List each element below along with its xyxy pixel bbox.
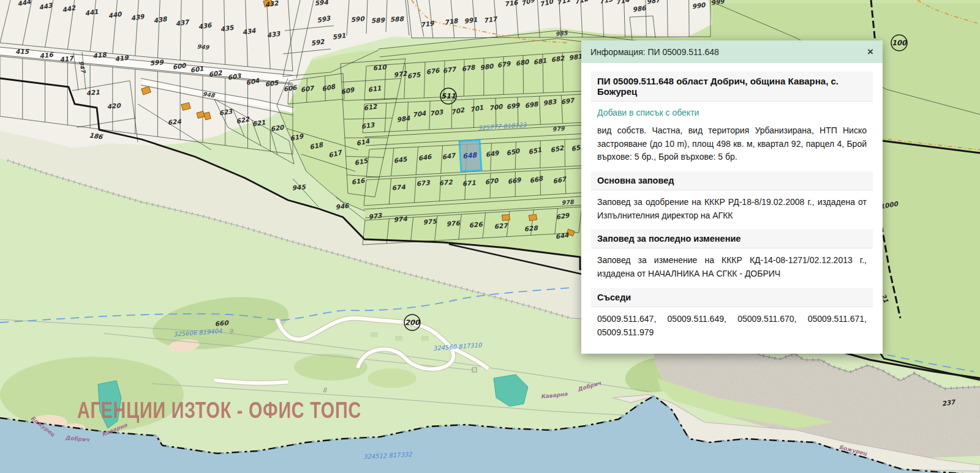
map-label: 610 <box>372 63 388 72</box>
highlighted-parcel-label: 648 <box>462 151 478 160</box>
panel-header-title: Информация: ПИ 05009.511.648 <box>590 47 719 57</box>
map-label: 985 <box>555 29 568 37</box>
info-panel: Информация: ПИ 05009.511.648 × ПИ 05009.… <box>581 40 883 354</box>
map-label: 976 <box>446 219 461 228</box>
map-label: 590 <box>350 15 366 23</box>
map-label: 419 <box>115 54 130 62</box>
section-main-order: Основна заповед <box>591 171 873 190</box>
map-label: 417 <box>59 54 75 63</box>
map-label: 671 <box>462 179 476 187</box>
map-label: 628 <box>524 224 539 233</box>
last-change-text: Заповед за изменение на КККР КД-14-08-12… <box>591 248 873 281</box>
neighbors-text: 05009.511.647, 05009.511.649, 05009.511.… <box>591 307 873 340</box>
map-label: 416 <box>39 51 55 59</box>
building <box>529 214 537 221</box>
map-label: 673 <box>416 179 431 187</box>
map-label: 672 <box>439 178 453 187</box>
section-last-change: Заповед за последно изменение <box>591 229 873 248</box>
map-label: 420 <box>107 102 122 110</box>
map-label: 674 <box>391 183 406 192</box>
map-label: 978 <box>561 198 575 206</box>
map-label: 979 <box>552 125 565 133</box>
panel-header: Информация: ПИ 05009.511.648 × <box>581 40 883 63</box>
road-number-label: 511 <box>441 92 456 100</box>
map-label: 599 <box>149 58 165 67</box>
agency-watermark: АГЕНЦИИ ИЗТОК - ОФИС ТОПС <box>77 398 361 423</box>
building <box>502 214 510 220</box>
section-neighbors: Съседи <box>591 288 873 307</box>
road-number-label: 200 <box>405 318 421 327</box>
map-label: 660 <box>214 319 230 327</box>
map-label: 421 <box>86 88 100 97</box>
add-to-list-link[interactable]: Добави в списък с обекти <box>591 102 873 119</box>
map-label: 589 <box>371 16 386 24</box>
map-label: 974 <box>393 215 408 223</box>
attributes-text: вид собств. Частна, вид територия Урбани… <box>591 119 873 165</box>
map-label: 626 <box>469 220 484 229</box>
map-label: 588 <box>390 15 405 23</box>
map-label: 627 <box>494 222 509 230</box>
object-title: ПИ 05009.511.648 област Добрич, община К… <box>591 72 873 102</box>
main-order-text: Заповед за одобрение на КККР РД-18-8/19.… <box>591 190 873 223</box>
map-label: 945 <box>292 183 306 192</box>
map-label: 415 <box>15 48 29 55</box>
road-number-label: 100 <box>892 39 908 47</box>
close-icon[interactable]: × <box>867 47 873 57</box>
panel-body: ПИ 05009.511.648 област Добрич, община К… <box>581 63 883 354</box>
map-label: 624 <box>167 117 182 126</box>
map-label: 418 <box>92 51 108 59</box>
map-label: 949 <box>197 43 210 51</box>
map-label: 975 <box>423 217 437 226</box>
